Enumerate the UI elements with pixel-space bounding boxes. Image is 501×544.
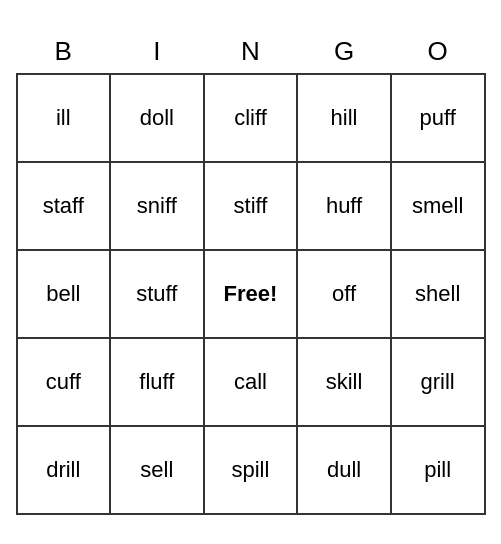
header-row: BINGO <box>17 30 485 74</box>
cell-r1-c2: stiff <box>204 162 298 250</box>
cell-r4-c0: drill <box>17 426 111 514</box>
cell-r4-c1: sell <box>110 426 204 514</box>
cell-r2-c1: stuff <box>110 250 204 338</box>
cell-r1-c1: sniff <box>110 162 204 250</box>
header-cell-i: I <box>110 30 204 74</box>
cell-r3-c4: grill <box>391 338 485 426</box>
cell-r0-c4: puff <box>391 74 485 162</box>
cell-r2-c4: shell <box>391 250 485 338</box>
header-cell-n: N <box>204 30 298 74</box>
header-cell-o: O <box>391 30 485 74</box>
cell-r4-c2: spill <box>204 426 298 514</box>
cell-r3-c1: fluff <box>110 338 204 426</box>
cell-r3-c3: skill <box>297 338 391 426</box>
cell-r4-c4: pill <box>391 426 485 514</box>
cell-r0-c1: doll <box>110 74 204 162</box>
cell-r0-c0: ill <box>17 74 111 162</box>
cell-r1-c4: smell <box>391 162 485 250</box>
table-row: bellstuffFree!offshell <box>17 250 485 338</box>
cell-r0-c3: hill <box>297 74 391 162</box>
table-row: illdollcliffhillpuff <box>17 74 485 162</box>
table-row: cufffluffcallskillgrill <box>17 338 485 426</box>
cell-r0-c2: cliff <box>204 74 298 162</box>
cell-r3-c2: call <box>204 338 298 426</box>
cell-r2-c2: Free! <box>204 250 298 338</box>
header-cell-b: B <box>17 30 111 74</box>
cell-r4-c3: dull <box>297 426 391 514</box>
cell-r3-c0: cuff <box>17 338 111 426</box>
cell-r2-c0: bell <box>17 250 111 338</box>
table-row: staffsniffstiffhuffsmell <box>17 162 485 250</box>
cell-r1-c0: staff <box>17 162 111 250</box>
cell-r1-c3: huff <box>297 162 391 250</box>
header-cell-g: G <box>297 30 391 74</box>
bingo-card: BINGO illdollcliffhillpuffstaffsniffstif… <box>16 30 486 515</box>
table-row: drillsellspilldullpill <box>17 426 485 514</box>
cell-r2-c3: off <box>297 250 391 338</box>
